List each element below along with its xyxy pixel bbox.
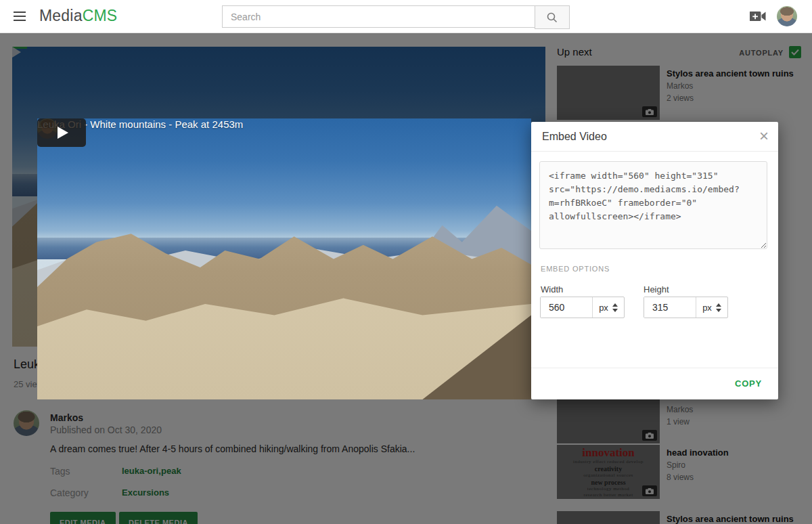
modal-header-divider <box>531 151 778 152</box>
top-header: MediaCMS <box>0 0 812 33</box>
player-title-overlay: Leuka Ori - White mountains - Peak at 24… <box>37 118 531 399</box>
width-input[interactable] <box>541 297 592 318</box>
spinner-arrows-icon <box>612 303 618 312</box>
video-player[interactable]: Leuka Ori - White mountains - Peak at 24… <box>37 118 531 399</box>
height-label: Height <box>644 284 669 294</box>
play-icon <box>58 127 68 139</box>
brand-cms: CMS <box>83 7 118 24</box>
copy-button[interactable]: COPY <box>731 378 766 389</box>
height-input[interactable] <box>644 297 696 318</box>
user-avatar[interactable] <box>777 6 797 26</box>
page: MediaCMS Leuka Ori - White mountains - P… <box>0 0 812 524</box>
hamburger-menu-icon[interactable] <box>14 12 26 21</box>
height-field-group: px <box>644 297 728 318</box>
search-input[interactable] <box>222 5 542 28</box>
big-play-button[interactable] <box>37 118 86 147</box>
embed-video-modal: Embed Video × <iframe width="560" height… <box>531 122 778 399</box>
width-unit-select[interactable]: px <box>592 297 624 318</box>
height-unit-select[interactable]: px <box>696 297 727 318</box>
width-field-group: px <box>540 297 625 318</box>
search-button[interactable] <box>535 5 570 29</box>
width-label: Width <box>541 284 563 294</box>
spinner-arrows-icon <box>716 303 721 312</box>
modal-title: Embed Video <box>542 131 607 143</box>
brand-logo[interactable]: MediaCMS <box>39 7 117 25</box>
brand-media: Media <box>39 7 83 24</box>
add-video-icon[interactable] <box>750 9 766 24</box>
embed-options-label: EMBED OPTIONS <box>541 265 610 273</box>
close-icon[interactable]: × <box>759 127 769 145</box>
embed-code-textarea[interactable]: <iframe width="560" height="315" src="ht… <box>539 161 767 249</box>
modal-footer-divider <box>531 368 778 368</box>
search-icon <box>546 12 558 24</box>
